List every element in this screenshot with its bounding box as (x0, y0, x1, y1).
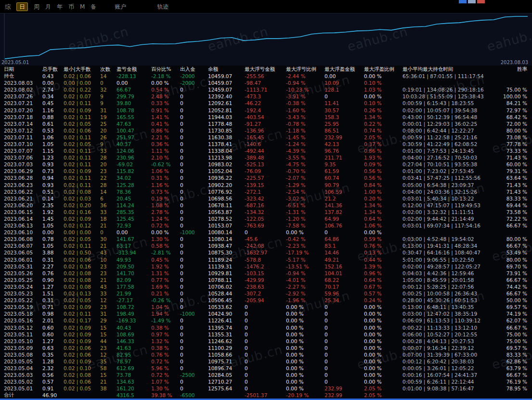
cell: 33 (100, 209, 117, 215)
table-row[interactable]: 2023.07.030.930.02 | 0.1120-69.02-0.62 %… (0, 161, 532, 168)
cell: -242.08 (245, 243, 286, 249)
table-row[interactable]: 2023.05.241.270.02 | 0.0843177.581.69 %0… (0, 283, 532, 290)
table-row[interactable]: 持仓0.430.02 | 0.0614-228.13-2.18 %-200010… (0, 73, 532, 80)
cell: 0.00 % (286, 386, 324, 391)
cell: 0.02 | 0.09 (64, 216, 100, 222)
menu-item-summary[interactable]: 综 (5, 3, 11, 11)
table-row[interactable]: 2023.06.141.450.02 | 0.0918125.451.24 %0… (0, 215, 532, 222)
cell: 285.35 (117, 209, 151, 215)
table-row[interactable]: 2023.05.110.600.02 | 0.0915108.690.97 %0… (0, 331, 532, 338)
table-row[interactable]: 2023.05.051.280.02 | 0.093578.970.72 %01… (0, 358, 532, 365)
table-row[interactable]: 2023.05.090.630.02 | 0.062341.630.38 %01… (0, 345, 532, 351)
table-row[interactable]: 2023.06.010.310.02 | 0.061049.930.45 %01… (0, 256, 532, 263)
table-row[interactable]: 2023.05.162.010.02 | 0.1729-169.33-1.49 … (0, 317, 532, 324)
menu-item-year[interactable]: 年 (57, 3, 63, 11)
table-row[interactable]: 2023.05.231.510.02 | 0.133321.990.21 %01… (0, 290, 532, 297)
table-row[interactable]: 2023.06.280.940.02 | 0.112234.020.31 %01… (0, 174, 532, 181)
table-row[interactable]: 2023.05.020.570.02 | 0.0621134.631.07 %0… (0, 378, 532, 385)
cell: -1000 (180, 311, 208, 317)
table-row[interactable]: 2023.07.101.050.02 | 0.05940.370.36 %011… (0, 141, 532, 147)
table-row[interactable]: 2023.06.230.930.02 | 0.1128125.281.16 %0… (0, 182, 532, 188)
cell: 0.02 | 0.05 (64, 236, 100, 242)
menu-item-week[interactable]: 周 (34, 3, 39, 11)
cell: -228.13 (117, 73, 151, 79)
table-row[interactable]: 2023.05.250.900.02 | 0.082182.090.77 %01… (0, 277, 532, 283)
menu-item-track[interactable]: 轨迹 (157, 3, 169, 11)
cell: -6500 (180, 392, 208, 398)
table-row[interactable]: 2023.08.022.740.02 | 0.223266.670.54 %01… (0, 86, 532, 93)
cell: 0 (180, 243, 208, 249)
table-row[interactable]: 2023.05.120.600.02 | 0.091540.430.38 %01… (0, 324, 532, 331)
cell: 62.07 % (489, 318, 532, 323)
cell: 0.00 (324, 73, 364, 79)
menu-item-note[interactable]: 备 (91, 3, 96, 11)
table-row[interactable]: 2023.07.120.530.02 | 0.0620100.470.86 %0… (0, 127, 532, 134)
cell: -0.38 % (286, 100, 324, 106)
cell: 251.97 (117, 134, 151, 140)
table-row[interactable]: 2023.06.220.510.02 | 0.081478.360.73 %01… (0, 188, 532, 195)
table-row[interactable]: 2023.05.260.760.02 | 0.0823141.701.31 %0… (0, 270, 532, 277)
cell: 0.02 | 0.03 (64, 196, 100, 201)
cell: 11213.98 (208, 155, 245, 160)
table-row[interactable]: 2023.05.080.350.02 | 0.061282.950.76 %01… (0, 351, 532, 358)
table-row[interactable]: 2023.06.071.050.02 | 0.112163.170.58 %01… (0, 242, 532, 249)
cell: 299.79 (117, 93, 151, 99)
table-row[interactable]: 2023.05.030.560.02 | 0.081573.780.72 %-2… (0, 372, 532, 378)
menu-item-account[interactable]: 账户 (115, 3, 126, 11)
cell: -0.42 % (286, 236, 324, 242)
cell: 70.17 (324, 284, 364, 290)
cell: 0:27:04 | 70:10:51 | 93:55:38 (402, 161, 489, 167)
table-row[interactable]: 2023.05.042.320.02 | 0.1058612.695.96 %0… (0, 365, 532, 372)
cell: 141.36 (324, 202, 364, 208)
cell: 0.53 (42, 128, 64, 133)
cell: 0:03:00 | 4:52:48 | 19:54:02 (402, 236, 489, 242)
cell: -2000 (180, 73, 208, 79)
menu-item-currency[interactable]: 币 (68, 3, 74, 11)
table-row[interactable]: 2023.06.290.730.02 | 0.0923115.821.06 %0… (0, 168, 532, 174)
cell: 10284.05 (208, 372, 245, 378)
table-row[interactable]: 2023.06.053.880.02 | 0.5043-313.94-2.81 … (0, 249, 532, 256)
cell: 15 (100, 372, 117, 378)
table-row[interactable]: 2023.07.210.450.02 | 0.11939.800.33 %012… (0, 100, 532, 107)
column-header: 最大浮盈比例 (364, 66, 402, 73)
table-row[interactable]: 2023.05.010.910.02 | 0.0538161.201.30 %0… (0, 385, 532, 392)
table-row[interactable]: 2023.06.202.350.02 | 0.2036114.241.08 %0… (0, 202, 532, 209)
table-row[interactable]: 2023.07.140.610.02 | 0.052547.630.41 %01… (0, 120, 532, 127)
table-row[interactable]: 2023.05.190.710.02 | 0.0923108.721.04 %0… (0, 304, 532, 310)
table-row[interactable]: 2023.05.220.310.02 | 0.0512-27.17-0.26 %… (0, 297, 532, 304)
table-row[interactable]: 2023.05.180.980.02 | 0.1131198.491.94 %-… (0, 310, 532, 317)
table-total-row[interactable]: 合计46.904316.539.38 %-6500-2501.37-20.19 … (0, 392, 532, 399)
table-row[interactable]: 2023.07.260.340.02 | 0.079299.792.48 %01… (0, 93, 532, 100)
table-row[interactable]: 2023.08.030.000.00 | 0.0000.000.00 %-200… (0, 80, 532, 86)
cell: 2.21 % (151, 134, 180, 140)
menu-item-day[interactable]: 日 (16, 2, 28, 11)
cell: 0.51 (42, 189, 64, 195)
table-row[interactable]: 2023.07.201.160.02 | 0.0931108.780.91 %0… (0, 107, 532, 113)
table-row[interactable]: 2023.06.131.050.02 | 0.122172.930.72 %01… (0, 222, 532, 229)
cell: -0.26 % (151, 297, 180, 303)
table-row[interactable]: 2023.06.100.000.00 | 0.0000.000.00 %-100… (0, 229, 532, 236)
table-row[interactable]: 2023.06.151.920.02 | 0.1633285.352.78 %0… (0, 209, 532, 215)
table-row[interactable]: 2023.06.210.140.02 | 0.03620.450.19 %010… (0, 195, 532, 202)
table-row[interactable]: 2023.07.180.880.02 | 0.1119165.551.41 %0… (0, 114, 532, 120)
cell: 0 (324, 318, 364, 323)
cell: 0.56 % (364, 175, 402, 181)
cell: 10896.74 (208, 365, 245, 371)
table-row[interactable]: 2023.07.061.230.02 | 0.1128230.962.10 %0… (0, 154, 532, 161)
cell: 83.33 % (489, 196, 532, 201)
table-row[interactable]: 2023.07.071.150.02 | 0.1133124.061.11 %0… (0, 147, 532, 154)
menu-item-m[interactable]: M (80, 3, 85, 11)
menu-item-month[interactable]: 月 (45, 3, 51, 11)
cell: 0:02:00 | 10:05:07 | 39:54:38 (402, 107, 489, 113)
cell: -2500 (180, 372, 208, 378)
cell: 0.02 | 0.11 (64, 100, 100, 106)
cell: 152.16 (324, 264, 364, 269)
table-row[interactable]: 2023.05.101.270.02 | 0.0944146.331.32 %0… (0, 338, 532, 345)
cell: 23 (100, 264, 117, 269)
cell: 106.76 (324, 223, 364, 228)
table-row[interactable]: 2023.05.312.270.02 | 0.1623209.501.92 %0… (0, 263, 532, 270)
table-row[interactable]: 2023.06.080.780.02 | 0.0530141.671.30 %0… (0, 236, 532, 242)
cell: 10902.20 (208, 182, 245, 188)
table-row[interactable]: 2023.07.111.060.02 | 0.1126251.972.21 %0… (0, 134, 532, 141)
cell: 10938.47 (208, 243, 245, 249)
